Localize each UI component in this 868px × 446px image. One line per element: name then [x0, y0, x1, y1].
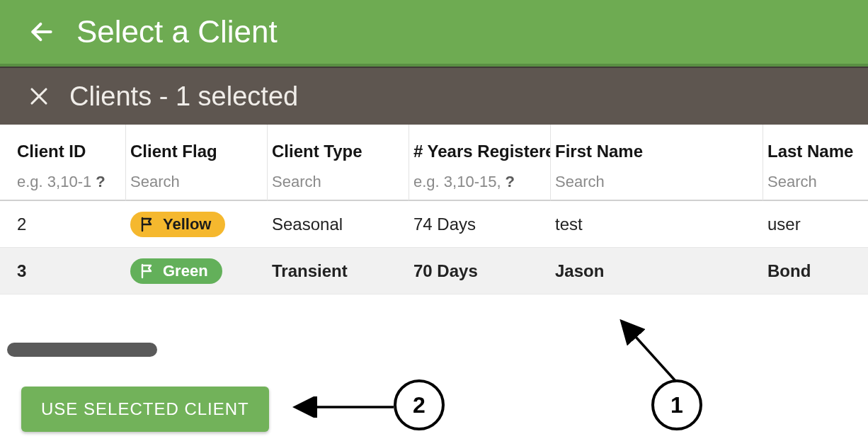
cell-last: user — [763, 215, 855, 234]
table-row[interactable]: 3 Green Transient 70 Days Jason Bond — [0, 248, 868, 295]
filter-years[interactable]: e.g. 3,10-15, ? — [409, 164, 551, 200]
table-filter-row: e.g. 3,10-1 ? Search Search e.g. 3,10-15… — [0, 164, 868, 201]
flag-label: Green — [163, 262, 208, 280]
filter-flag[interactable]: Search — [126, 164, 268, 200]
flag-icon — [139, 263, 156, 280]
col-header-id[interactable]: Client ID — [13, 125, 126, 164]
filter-years-placeholder: e.g. 3,10-15, — [413, 173, 501, 191]
annotation-arrow-1 — [610, 313, 688, 391]
cell-first: test — [551, 215, 763, 234]
horizontal-scrollbar-thumb[interactable] — [7, 343, 157, 357]
annotation-arrow-2 — [290, 396, 396, 418]
svg-line-5 — [623, 323, 675, 381]
selection-bar: Clients - 1 selected — [0, 67, 868, 125]
cell-id: 3 — [13, 261, 126, 281]
cell-flag: Green — [126, 258, 268, 284]
flag-pill-green: Green — [130, 258, 222, 284]
table-row[interactable]: 2 Yellow Seasonal 74 Days test user — [0, 201, 868, 248]
close-icon[interactable] — [28, 86, 50, 107]
flag-pill-yellow: Yellow — [130, 212, 225, 237]
col-header-last[interactable]: Last Name — [763, 125, 855, 164]
filter-flag-placeholder: Search — [130, 173, 180, 191]
filter-type[interactable]: Search — [268, 164, 409, 200]
page-header: Select a Client — [0, 0, 868, 67]
use-selected-client-button[interactable]: USE SELECTED CLIENT — [21, 387, 269, 432]
cell-type: Seasonal — [268, 215, 409, 234]
col-header-flag[interactable]: Client Flag — [126, 125, 268, 164]
filter-type-placeholder: Search — [272, 173, 321, 191]
filter-last[interactable]: Search — [763, 164, 855, 200]
cell-id: 2 — [13, 215, 126, 234]
cell-type: Transient — [268, 261, 409, 281]
filter-years-help-icon[interactable]: ? — [506, 173, 515, 191]
filter-first-placeholder: Search — [555, 173, 605, 191]
table-header-row: Client ID Client Flag Client Type # Year… — [0, 125, 868, 164]
clients-table: Client ID Client Flag Client Type # Year… — [0, 125, 868, 295]
filter-last-placeholder: Search — [767, 173, 817, 191]
filter-id-help-icon[interactable]: ? — [96, 173, 105, 191]
cell-last: Bond — [763, 261, 855, 281]
col-header-years[interactable]: # Years Registered — [409, 125, 551, 164]
flag-icon — [139, 216, 156, 233]
col-header-first[interactable]: First Name — [551, 125, 763, 164]
col-header-type[interactable]: Client Type — [268, 125, 409, 164]
annotation-badge-2: 2 — [394, 379, 445, 430]
selection-title: Clients - 1 selected — [69, 81, 298, 112]
cell-years: 74 Days — [409, 215, 551, 234]
cell-first: Jason — [551, 261, 763, 281]
cell-flag: Yellow — [126, 212, 268, 237]
back-arrow-icon[interactable] — [28, 18, 55, 45]
filter-id-placeholder: e.g. 3,10-1 — [17, 173, 91, 191]
filter-id[interactable]: e.g. 3,10-1 ? — [13, 164, 126, 200]
flag-label: Yellow — [163, 215, 211, 234]
cell-years: 70 Days — [409, 261, 551, 281]
filter-first[interactable]: Search — [551, 164, 763, 200]
page-title: Select a Client — [76, 14, 278, 50]
